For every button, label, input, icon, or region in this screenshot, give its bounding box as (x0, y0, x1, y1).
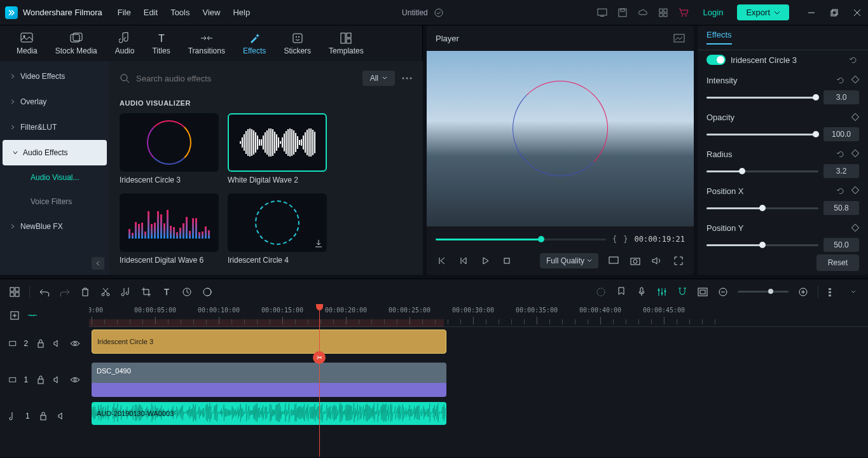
text-button[interactable]: T (161, 286, 172, 298)
reset-all-icon[interactable] (848, 54, 859, 66)
menu-view[interactable]: View (202, 8, 220, 17)
crop-button[interactable] (141, 286, 152, 298)
effect-toggle[interactable] (706, 55, 726, 65)
visibility-icon[interactable] (70, 374, 80, 385)
tab-templates[interactable]: Templates (322, 29, 370, 58)
quality-dropdown[interactable]: Full Quality (540, 253, 598, 268)
mixer-button[interactable] (656, 286, 668, 298)
clip-effect[interactable]: Iridescent Circle 3 (92, 330, 446, 354)
lock-icon[interactable] (36, 374, 45, 385)
sidebar-item-audio-effects[interactable]: Audio Effects (3, 140, 107, 165)
tab-transitions[interactable]: Transitions (182, 29, 231, 58)
audio-edit-button[interactable] (120, 286, 132, 298)
prop-slider[interactable] (706, 207, 818, 209)
clip-audio[interactable]: AUD-20190130-WA0003 (92, 402, 446, 425)
playhead[interactable]: ✂ (319, 304, 320, 457)
save-status-icon[interactable] (433, 7, 444, 18)
render-button[interactable] (595, 286, 607, 298)
export-button[interactable]: Export (737, 4, 789, 20)
keyframe-icon[interactable] (851, 76, 859, 85)
lock-icon[interactable] (38, 410, 49, 422)
keyframe-icon[interactable] (851, 113, 859, 121)
sidebar-item-filter-lut[interactable]: Filter&LUT (0, 114, 109, 140)
track-effect[interactable]: Iridescent Circle 3 (89, 327, 868, 360)
sidebar-sub-voice-filters[interactable]: Voice Filters (0, 190, 109, 214)
mute-icon[interactable] (57, 410, 68, 422)
mark-in-icon[interactable]: { (612, 235, 617, 244)
tab-media[interactable]: Media (10, 29, 44, 58)
camera-icon[interactable] (629, 254, 642, 267)
split-button[interactable] (100, 286, 111, 298)
tab-stock-media[interactable]: Stock Media (49, 29, 104, 58)
mute-icon[interactable] (53, 338, 62, 349)
redo-button[interactable] (59, 286, 71, 298)
seek-bar[interactable] (436, 239, 606, 240)
aspect-button[interactable] (697, 286, 708, 298)
collapse-sidebar-button[interactable] (92, 257, 104, 270)
menu-edit[interactable]: Edit (144, 8, 158, 17)
sidebar-sub-audio-visualizer[interactable]: Audio Visual... (0, 165, 109, 190)
marker-button[interactable] (616, 286, 627, 298)
zoom-in-button[interactable] (797, 286, 809, 298)
fullscreen-icon[interactable] (672, 254, 685, 267)
record-button[interactable] (636, 286, 647, 298)
sidebar-item-overlay[interactable]: Overlay (0, 89, 109, 114)
reset-button[interactable]: Reset (816, 254, 859, 271)
prop-value-input[interactable] (823, 127, 859, 141)
tab-effects[interactable]: Effects (237, 29, 272, 58)
tab-titles[interactable]: TTitles (146, 29, 176, 58)
save-icon[interactable] (617, 7, 628, 18)
keyframe-icon[interactable] (851, 149, 859, 158)
prev-frame-button[interactable] (436, 254, 448, 267)
menu-tools[interactable]: Tools (170, 8, 189, 17)
snapshot-mode-icon[interactable] (673, 32, 685, 44)
tab-stickers[interactable]: Stickers (277, 29, 317, 58)
zoom-slider[interactable] (738, 291, 789, 293)
menu-file[interactable]: File (118, 8, 131, 17)
sidebar-item-video-effects[interactable]: Video Effects (0, 64, 109, 89)
link-button[interactable] (27, 310, 38, 321)
device-icon[interactable] (596, 7, 608, 18)
keyframe-icon[interactable] (851, 224, 859, 232)
play-button[interactable] (479, 254, 492, 267)
cloud-icon[interactable] (637, 7, 649, 18)
mark-out-icon[interactable]: } (623, 235, 628, 244)
track-video[interactable]: DSC_0490 (89, 360, 868, 399)
keyframe-icon[interactable] (851, 186, 859, 195)
step-back-button[interactable] (457, 254, 470, 267)
undo-button[interactable] (39, 286, 50, 298)
stop-button[interactable] (500, 254, 513, 267)
dropdown-icon[interactable] (848, 286, 859, 298)
zoom-out-button[interactable] (717, 286, 729, 298)
visibility-icon[interactable] (70, 338, 80, 349)
prop-value-input[interactable] (823, 90, 859, 104)
mute-icon[interactable] (53, 374, 62, 385)
tab-audio[interactable]: Audio (109, 29, 141, 58)
track-audio[interactable]: AUD-20190130-WA0003 (89, 399, 868, 433)
prop-value-input[interactable] (823, 201, 859, 215)
apps-icon[interactable] (658, 7, 669, 18)
effect-thumbnail[interactable]: Iridescent Circle 4 (228, 193, 327, 265)
reset-param-icon[interactable] (836, 149, 845, 158)
prop-slider[interactable] (706, 97, 818, 99)
more-options-icon[interactable] (401, 73, 413, 84)
reset-param-icon[interactable] (836, 186, 845, 195)
add-track-button[interactable] (9, 310, 20, 321)
player-viewport[interactable] (427, 51, 694, 226)
prop-value-input[interactable] (823, 238, 859, 252)
effect-thumbnail[interactable]: Iridescent Digital Wave 6 (120, 193, 219, 265)
prop-slider[interactable] (706, 134, 818, 135)
menu-help[interactable]: Help (233, 8, 250, 17)
cart-icon[interactable] (678, 7, 689, 18)
snap-button[interactable] (677, 286, 688, 298)
timeline-tracks-area[interactable]: :00:0000:00:05:0000:00:10:0000:00:15:000… (89, 304, 868, 457)
volume-icon[interactable] (651, 254, 663, 267)
clip-video[interactable]: DSC_0490 (92, 363, 446, 397)
effect-thumbnail[interactable]: Iridescent Circle 3 (120, 113, 219, 184)
prop-slider[interactable] (706, 170, 818, 172)
search-input[interactable] (136, 74, 356, 83)
lock-icon[interactable] (36, 338, 45, 349)
prop-slider[interactable] (706, 244, 818, 246)
minimize-button[interactable] (806, 7, 817, 18)
color-button[interactable] (202, 286, 213, 298)
